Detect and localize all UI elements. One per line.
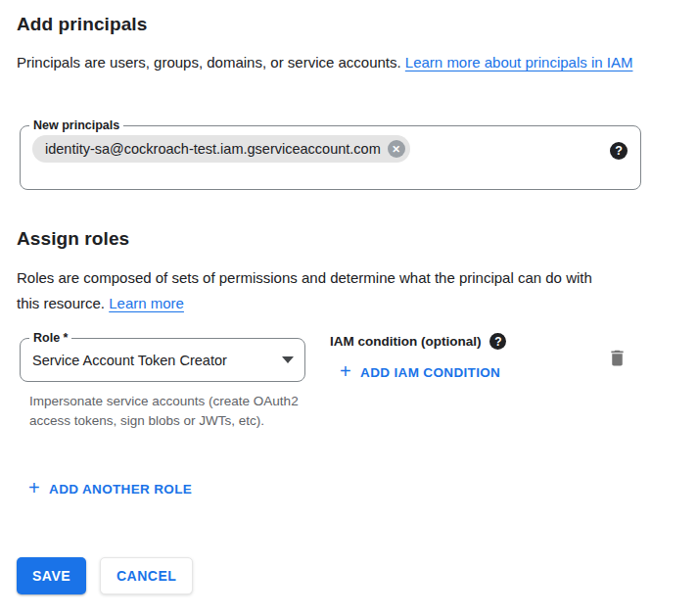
role-selected-value: Service Account Token Creator [21, 353, 282, 368]
roles-description-text: Roles are composed of sets of permission… [17, 269, 592, 311]
cancel-button[interactable]: CANCEL [100, 557, 193, 594]
principal-chip: identity-sa@cockroach-test.iam.gservicea… [32, 135, 410, 163]
add-iam-condition-label: ADD IAM CONDITION [360, 365, 500, 380]
add-iam-condition-button[interactable]: + ADD IAM CONDITION [340, 363, 500, 381]
save-button[interactable]: SAVE [17, 557, 86, 594]
new-principals-field[interactable]: New principals identity-sa@cockroach-tes… [20, 125, 641, 190]
iam-condition-help-icon[interactable]: ? [489, 333, 506, 350]
chip-remove-icon[interactable]: ✕ [388, 140, 405, 158]
plus-icon: + [340, 361, 351, 381]
add-principals-dialog: Add principals Principals are users, gro… [0, 0, 698, 616]
add-another-role-label: ADD ANOTHER ROLE [49, 482, 192, 497]
learn-more-principals-link[interactable]: Learn more about principals in IAM [405, 54, 633, 71]
iam-condition-header: IAM condition (optional) ? [330, 333, 506, 350]
delete-role-button[interactable] [605, 346, 628, 369]
role-select[interactable]: Role * Service Account Token Creator [20, 338, 305, 382]
add-another-role-button[interactable]: + ADD ANOTHER ROLE [28, 480, 192, 498]
role-helper-text: Impersonate service accounts (create OAu… [29, 392, 303, 431]
new-principals-help-icon[interactable]: ? [610, 142, 628, 160]
iam-condition-label: IAM condition (optional) [330, 334, 481, 349]
assign-roles-heading: Assign roles [17, 228, 129, 250]
principal-chip-text: identity-sa@cockroach-test.iam.gservicea… [45, 141, 381, 157]
dropdown-arrow-icon [282, 356, 294, 363]
plus-icon: + [28, 478, 40, 498]
roles-description: Roles are composed of sets of permission… [17, 265, 612, 316]
principals-description-text: Principals are users, groups, domains, o… [17, 54, 405, 71]
add-principals-heading: Add principals [17, 14, 147, 35]
learn-more-roles-link[interactable]: Learn more [109, 295, 184, 311]
principals-description: Principals are users, groups, domains, o… [17, 50, 637, 75]
trash-icon [607, 348, 628, 368]
new-principals-label: New principals [29, 118, 123, 134]
role-label: Role * [29, 330, 71, 347]
